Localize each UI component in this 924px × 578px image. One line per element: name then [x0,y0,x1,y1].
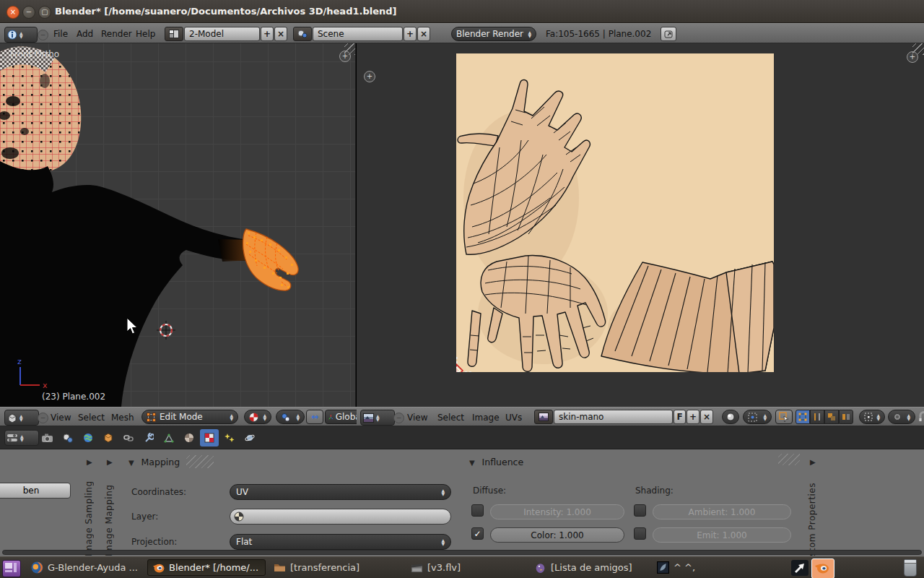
influence-panel-header[interactable]: ▼ Influence [469,457,523,467]
panel-expand-icon[interactable]: ▶ [810,458,816,466]
color-checkbox[interactable]: ✓ [471,527,484,540]
maximize-area-icon[interactable] [661,27,676,41]
screen-layout-name[interactable]: 2-Model [184,27,260,41]
snap-magnet-icon[interactable] [918,411,924,423]
select-mode-face-button[interactable] [824,410,839,424]
selected-hand-mesh[interactable] [243,229,298,290]
mapping-panel-header[interactable]: ▼ Mapping [128,457,180,467]
menu-help[interactable]: Help [136,27,155,41]
image-new-button[interactable]: + [687,410,699,424]
layout-delete-button[interactable]: × [274,27,287,41]
ambient-checkbox[interactable] [634,504,646,517]
render-engine-dropdown[interactable]: Blender Render ▲▼ [451,27,536,41]
tray-blender-active-icon[interactable] [811,558,834,578]
intensity-slider[interactable]: Intensity: 1.000 [490,504,624,519]
layout-add-button[interactable]: + [261,27,274,41]
tab-material-icon[interactable] [180,429,199,447]
menu-image[interactable]: Image [472,410,500,425]
pivot-point-dropdown[interactable]: ▲▼ [276,410,305,424]
scene-delete-button[interactable]: × [417,27,430,41]
tray-draw-icon[interactable] [791,560,808,576]
projection-dropdown[interactable]: Flat ▲▼ [230,534,451,550]
fake-user-button[interactable]: F [674,410,686,424]
tab-physics-icon[interactable] [240,429,259,447]
uv-pivot-dropdown[interactable]: ▲▼ [743,410,772,424]
3d-viewport[interactable]: z x Front Ortho (23) Plane.002 + [0,43,356,407]
tab-scene-icon[interactable] [58,429,77,447]
header-collapse-icon[interactable]: − [393,413,404,423]
uv-sync-toggle[interactable] [775,410,793,424]
trash-icon[interactable] [904,559,917,577]
editor-type-selector[interactable]: ▲▼ [4,27,38,43]
coordinates-dropdown[interactable]: UV ▲▼ [230,484,451,500]
editor-type-selector[interactable]: ▲▼ [4,410,39,426]
workspace-switcher-icon[interactable] [2,560,21,577]
ambient-slider[interactable]: Ambient: 1.000 [653,504,791,519]
menu-view[interactable]: View [51,410,71,425]
taskbar-item-chat[interactable]: ^ ^, [652,559,721,576]
image-pin-icon[interactable] [722,410,739,424]
header-collapse-icon[interactable]: − [38,30,48,40]
open-image-button[interactable]: ben [0,483,71,499]
image-browse-icon[interactable] [534,410,553,424]
panel-image-sampling[interactable]: Image Sampling [84,473,94,556]
corner-resize-grip[interactable] [344,43,356,55]
tab-render-icon[interactable] [38,429,57,447]
intensity-checkbox[interactable] [471,504,484,517]
panel-resize-grip[interactable] [778,454,800,465]
window-close-icon[interactable]: × [6,6,19,19]
viewport-shading-dropdown[interactable]: ▲▼ [244,410,271,424]
proportional-edit-dropdown[interactable]: ▲▼ [888,410,915,424]
select-mode-edge-button[interactable] [810,410,824,424]
menu-select[interactable]: Select [78,410,105,425]
uv-layer-field[interactable] [230,509,451,525]
region-expand-icon[interactable]: + [364,71,375,82]
header-collapse-icon[interactable]: − [38,413,48,423]
menu-view[interactable]: View [407,410,427,425]
panel-resize-grip[interactable] [186,455,214,468]
tab-constraints-icon[interactable] [119,429,138,447]
taskbar-item-transferencia[interactable]: [transferencia] [269,559,388,576]
tab-texture-icon[interactable] [200,429,219,447]
tab-modifiers-icon[interactable] [139,429,158,447]
editor-type-selector[interactable]: ▲▼ [360,410,395,426]
window-minimize-icon[interactable]: − [22,6,35,19]
scene-name[interactable]: Scene [313,27,403,41]
color-slider[interactable]: Color: 1.000 [490,527,624,543]
uv-image-editor[interactable]: + + [357,43,924,407]
panel-expand-icon[interactable]: ▶ [107,458,113,466]
taskbar-item-blender[interactable]: Blender* [/home/... [147,559,266,576]
tab-world-icon[interactable] [79,429,97,447]
taskbar-item-firefox[interactable]: G-Blender-Ayuda ... [26,559,144,576]
emit-slider[interactable]: Emit: 1.000 [653,527,791,543]
select-mode-island-button[interactable] [839,410,853,424]
mode-dropdown[interactable]: Edit Mode ▲▼ [141,410,238,424]
scene-icon[interactable] [293,27,312,41]
select-mode-vertex-button[interactable] [796,410,810,424]
menu-render[interactable]: Render [101,27,132,41]
taskbar-item-v3flv[interactable]: [v3.flv] [406,559,491,576]
window-maximize-icon[interactable]: ▢ [38,6,51,19]
tab-object-data-icon[interactable] [160,429,178,447]
sticky-select-dropdown[interactable]: ▲▼ [859,410,885,424]
menu-select[interactable]: Select [437,410,464,425]
menu-file[interactable]: File [53,27,68,41]
menu-mesh[interactable]: Mesh [111,410,134,425]
corner-resize-grip[interactable] [912,43,924,55]
horizontal-scrollbar[interactable] [2,550,922,555]
tab-particles-icon[interactable] [220,429,239,447]
tab-object-icon[interactable] [99,429,118,447]
image-name-field[interactable]: skin-mano [554,410,673,424]
menu-add[interactable]: Add [77,27,93,41]
scene-add-button[interactable]: + [404,27,417,41]
taskbar-item-lista-amigos[interactable]: [Lista de amigos] [529,559,649,576]
menu-uvs[interactable]: UVs [505,410,522,425]
emit-checkbox[interactable] [634,527,646,540]
panel-custom-properties[interactable]: stom Properties [807,473,817,556]
manipulator-toggle[interactable]: ↔ [306,410,323,424]
panel-image-mapping[interactable]: Image Mapping [104,473,114,556]
editor-type-selector[interactable]: ▲▼ [4,430,39,446]
image-unlink-button[interactable]: × [700,410,713,424]
panel-expand-icon[interactable]: ▶ [87,458,92,466]
screen-layout-icon[interactable] [165,27,183,41]
